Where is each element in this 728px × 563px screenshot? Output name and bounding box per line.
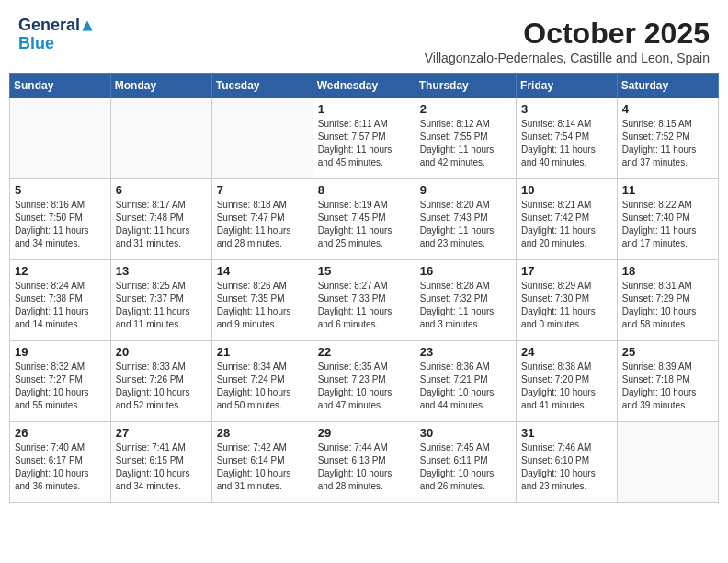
day-number: 24 [521, 345, 612, 359]
day-number: 31 [521, 426, 612, 440]
day-number: 17 [521, 264, 612, 278]
day-number: 15 [318, 264, 410, 278]
day-info: Sunrise: 8:26 AM Sunset: 7:35 PM Dayligh… [217, 280, 308, 331]
day-number: 25 [622, 345, 713, 359]
day-info: Sunrise: 8:35 AM Sunset: 7:23 PM Dayligh… [318, 361, 410, 412]
day-number: 2 [420, 102, 511, 116]
calendar-cell [110, 98, 211, 179]
calendar-cell: 15Sunrise: 8:27 AM Sunset: 7:33 PM Dayli… [313, 260, 415, 341]
calendar-cell: 28Sunrise: 7:42 AM Sunset: 6:14 PM Dayli… [211, 422, 313, 503]
col-header-friday: Friday [517, 74, 618, 98]
day-number: 14 [217, 264, 308, 278]
day-number: 28 [217, 426, 308, 440]
day-info: Sunrise: 8:32 AM Sunset: 7:27 PM Dayligh… [15, 361, 106, 412]
title-section: October 2025 Villagonzalo-Pedernales, Ca… [425, 17, 710, 65]
calendar-cell: 20Sunrise: 8:33 AM Sunset: 7:26 PM Dayli… [110, 341, 211, 422]
logo-icon [81, 19, 94, 32]
day-number: 19 [15, 345, 106, 359]
calendar-cell: 22Sunrise: 8:35 AM Sunset: 7:23 PM Dayli… [313, 341, 415, 422]
calendar-cell: 31Sunrise: 7:46 AM Sunset: 6:10 PM Dayli… [517, 422, 618, 503]
calendar-cell: 29Sunrise: 7:44 AM Sunset: 6:13 PM Dayli… [313, 422, 415, 503]
day-info: Sunrise: 7:40 AM Sunset: 6:17 PM Dayligh… [15, 442, 106, 493]
day-number: 27 [116, 426, 207, 440]
day-number: 20 [116, 345, 207, 359]
day-info: Sunrise: 8:27 AM Sunset: 7:33 PM Dayligh… [318, 280, 410, 331]
day-info: Sunrise: 8:19 AM Sunset: 7:45 PM Dayligh… [318, 199, 410, 250]
day-info: Sunrise: 8:14 AM Sunset: 7:54 PM Dayligh… [521, 118, 612, 169]
day-number: 12 [15, 264, 106, 278]
col-header-monday: Monday [110, 74, 211, 98]
calendar-cell: 12Sunrise: 8:24 AM Sunset: 7:38 PM Dayli… [10, 260, 111, 341]
page-header: General Blue October 2025 Villagonzalo-P… [9, 9, 719, 69]
calendar-cell: 6Sunrise: 8:17 AM Sunset: 7:48 PM Daylig… [110, 179, 211, 260]
day-number: 3 [521, 102, 612, 116]
calendar-cell [617, 422, 718, 503]
day-number: 13 [116, 264, 207, 278]
day-info: Sunrise: 8:25 AM Sunset: 7:37 PM Dayligh… [116, 280, 207, 331]
day-info: Sunrise: 8:15 AM Sunset: 7:52 PM Dayligh… [622, 118, 713, 169]
week-row-2: 5Sunrise: 8:16 AM Sunset: 7:50 PM Daylig… [10, 179, 719, 260]
day-number: 18 [622, 264, 713, 278]
day-info: Sunrise: 8:21 AM Sunset: 7:42 PM Dayligh… [521, 199, 612, 250]
calendar-cell: 16Sunrise: 8:28 AM Sunset: 7:32 PM Dayli… [415, 260, 516, 341]
col-header-thursday: Thursday [415, 74, 516, 98]
calendar-cell: 17Sunrise: 8:29 AM Sunset: 7:30 PM Dayli… [517, 260, 618, 341]
day-number: 9 [420, 183, 511, 197]
calendar-cell: 8Sunrise: 8:19 AM Sunset: 7:45 PM Daylig… [313, 179, 415, 260]
week-row-4: 19Sunrise: 8:32 AM Sunset: 7:27 PM Dayli… [10, 341, 719, 422]
day-number: 26 [15, 426, 106, 440]
calendar-cell: 14Sunrise: 8:26 AM Sunset: 7:35 PM Dayli… [211, 260, 313, 341]
day-number: 5 [15, 183, 106, 197]
day-number: 21 [217, 345, 308, 359]
day-info: Sunrise: 7:46 AM Sunset: 6:10 PM Dayligh… [521, 442, 612, 493]
calendar-cell: 13Sunrise: 8:25 AM Sunset: 7:37 PM Dayli… [110, 260, 211, 341]
day-number: 8 [318, 183, 410, 197]
calendar-cell: 7Sunrise: 8:18 AM Sunset: 7:47 PM Daylig… [211, 179, 313, 260]
month-title: October 2025 [425, 17, 710, 51]
calendar-header-row: SundayMondayTuesdayWednesdayThursdayFrid… [10, 74, 719, 98]
col-header-sunday: Sunday [10, 74, 111, 98]
day-info: Sunrise: 8:11 AM Sunset: 7:57 PM Dayligh… [318, 118, 410, 169]
calendar-cell: 19Sunrise: 8:32 AM Sunset: 7:27 PM Dayli… [10, 341, 111, 422]
day-info: Sunrise: 8:16 AM Sunset: 7:50 PM Dayligh… [15, 199, 106, 250]
day-info: Sunrise: 8:38 AM Sunset: 7:20 PM Dayligh… [521, 361, 612, 412]
day-info: Sunrise: 8:31 AM Sunset: 7:29 PM Dayligh… [622, 280, 713, 331]
day-number: 4 [622, 102, 713, 116]
day-info: Sunrise: 8:24 AM Sunset: 7:38 PM Dayligh… [15, 280, 106, 331]
logo: General Blue [18, 17, 94, 53]
calendar-cell: 21Sunrise: 8:34 AM Sunset: 7:24 PM Dayli… [211, 341, 313, 422]
calendar-cell: 18Sunrise: 8:31 AM Sunset: 7:29 PM Dayli… [617, 260, 718, 341]
col-header-wednesday: Wednesday [313, 74, 415, 98]
day-info: Sunrise: 7:42 AM Sunset: 6:14 PM Dayligh… [217, 442, 308, 493]
day-info: Sunrise: 7:45 AM Sunset: 6:11 PM Dayligh… [420, 442, 511, 493]
calendar-table: SundayMondayTuesdayWednesdayThursdayFrid… [9, 73, 719, 503]
day-number: 1 [318, 102, 410, 116]
calendar-cell: 10Sunrise: 8:21 AM Sunset: 7:42 PM Dayli… [517, 179, 618, 260]
day-info: Sunrise: 8:29 AM Sunset: 7:30 PM Dayligh… [521, 280, 612, 331]
day-number: 23 [420, 345, 511, 359]
logo-general: General [18, 17, 80, 35]
day-info: Sunrise: 8:17 AM Sunset: 7:48 PM Dayligh… [116, 199, 207, 250]
calendar-cell: 24Sunrise: 8:38 AM Sunset: 7:20 PM Dayli… [517, 341, 618, 422]
day-info: Sunrise: 8:20 AM Sunset: 7:43 PM Dayligh… [420, 199, 511, 250]
calendar-cell: 4Sunrise: 8:15 AM Sunset: 7:52 PM Daylig… [617, 98, 718, 179]
day-info: Sunrise: 8:18 AM Sunset: 7:47 PM Dayligh… [217, 199, 308, 250]
calendar-cell [211, 98, 313, 179]
day-info: Sunrise: 7:44 AM Sunset: 6:13 PM Dayligh… [318, 442, 410, 493]
col-header-tuesday: Tuesday [211, 74, 313, 98]
calendar-cell: 30Sunrise: 7:45 AM Sunset: 6:11 PM Dayli… [415, 422, 516, 503]
day-info: Sunrise: 8:34 AM Sunset: 7:24 PM Dayligh… [217, 361, 308, 412]
week-row-3: 12Sunrise: 8:24 AM Sunset: 7:38 PM Dayli… [10, 260, 719, 341]
calendar-cell: 9Sunrise: 8:20 AM Sunset: 7:43 PM Daylig… [415, 179, 516, 260]
day-number: 30 [420, 426, 511, 440]
location-title: Villagonzalo-Pedernales, Castille and Le… [425, 51, 710, 65]
week-row-1: 1Sunrise: 8:11 AM Sunset: 7:57 PM Daylig… [10, 98, 719, 179]
week-row-5: 26Sunrise: 7:40 AM Sunset: 6:17 PM Dayli… [10, 422, 719, 503]
day-number: 11 [622, 183, 713, 197]
calendar-cell: 26Sunrise: 7:40 AM Sunset: 6:17 PM Dayli… [10, 422, 111, 503]
day-info: Sunrise: 8:22 AM Sunset: 7:40 PM Dayligh… [622, 199, 713, 250]
day-info: Sunrise: 8:33 AM Sunset: 7:26 PM Dayligh… [116, 361, 207, 412]
day-info: Sunrise: 8:36 AM Sunset: 7:21 PM Dayligh… [420, 361, 511, 412]
day-info: Sunrise: 7:41 AM Sunset: 6:15 PM Dayligh… [116, 442, 207, 493]
calendar-cell: 3Sunrise: 8:14 AM Sunset: 7:54 PM Daylig… [517, 98, 618, 179]
